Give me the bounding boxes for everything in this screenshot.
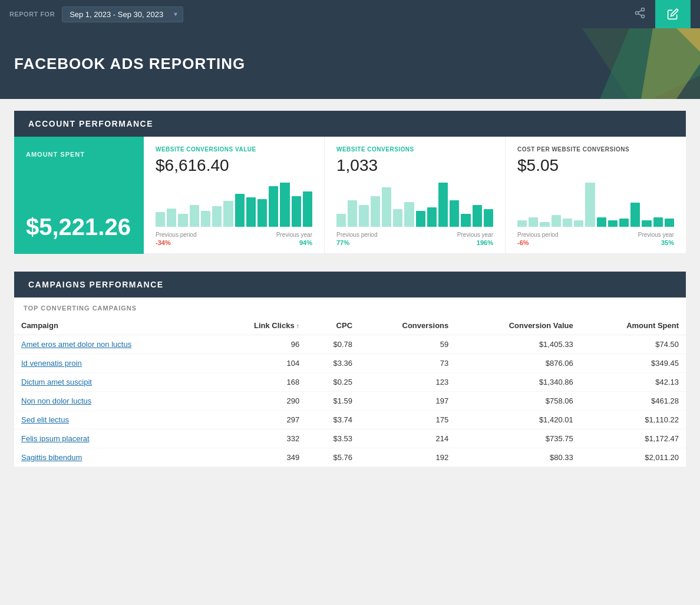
chart-bar bbox=[371, 196, 380, 227]
amount-spent-card: AMOUNT SPENT $5,221.26 bbox=[14, 137, 144, 254]
chart-bar bbox=[292, 196, 301, 227]
table-cell: 332 bbox=[212, 429, 306, 448]
svg-line-3 bbox=[638, 14, 642, 15]
header-banner: FACEBOOK ADS REPORTING bbox=[0, 28, 700, 99]
main-content: ACCOUNT PERFORMANCE AMOUNT SPENT $5,221.… bbox=[0, 99, 700, 479]
wcv-footer: Previous period -34% Previous year 94% bbox=[156, 232, 312, 246]
account-performance-header: ACCOUNT PERFORMANCE bbox=[14, 111, 686, 137]
wcv-title-text3: VALUE bbox=[233, 146, 256, 153]
table-cell: $758.06 bbox=[455, 392, 580, 411]
table-cell: $461.28 bbox=[580, 392, 686, 411]
svg-point-2 bbox=[642, 15, 645, 18]
chart-bar bbox=[619, 219, 629, 227]
chart-bar bbox=[473, 205, 482, 227]
chart-bar bbox=[574, 220, 583, 227]
table-cell[interactable]: Id venenatis proin bbox=[14, 354, 212, 373]
col-conversions[interactable]: Conversions bbox=[359, 316, 455, 335]
campaigns-performance-section: CAMPAIGNS PERFORMANCE TOP CONVERTING CAM… bbox=[14, 272, 686, 467]
wc-title-text2: CONVERSIONS bbox=[367, 146, 414, 153]
chart-bar bbox=[653, 217, 663, 227]
col-amount-spent[interactable]: Amount Spent bbox=[580, 316, 686, 335]
table-cell[interactable]: Amet eros amet dolor non luctus bbox=[14, 335, 212, 354]
table-body: Amet eros amet dolor non luctus96$0.7859… bbox=[14, 335, 686, 467]
wcv-title-text1: WEBSITE bbox=[156, 146, 186, 153]
date-range-select[interactable]: Sep 1, 2023 - Sep 30, 2023 bbox=[62, 6, 183, 22]
table-cell: 59 bbox=[359, 335, 455, 354]
top-converting-label: TOP CONVERTING CAMPAIGNS bbox=[14, 297, 686, 316]
wcv-prev-period-label: Previous period bbox=[156, 232, 196, 238]
report-for-label: REPORT FOR bbox=[9, 11, 55, 18]
chart-bar bbox=[178, 214, 187, 227]
wc-prev-period-value: 77% bbox=[336, 239, 349, 246]
table-cell: $42.13 bbox=[580, 373, 686, 392]
wcv-prev-year-value: 94% bbox=[299, 239, 312, 246]
wc-prev-year-col: Previous year 196% bbox=[457, 232, 493, 246]
chart-bar bbox=[348, 200, 357, 227]
amount-spent-value: $5,221.26 bbox=[26, 214, 132, 240]
table-cell[interactable]: Sagittis bibendum bbox=[14, 448, 212, 467]
table-cell: $3.53 bbox=[306, 429, 359, 448]
col-cpc[interactable]: CPC bbox=[306, 316, 359, 335]
cpc-prev-year-col: Previous year 35% bbox=[638, 232, 674, 246]
nav-left: REPORT FOR Sep 1, 2023 - Sep 30, 2023 bbox=[9, 6, 183, 22]
chart-bar bbox=[450, 200, 459, 227]
table-cell: $74.50 bbox=[580, 335, 686, 354]
cpc-prev-period-value: -6% bbox=[517, 239, 529, 246]
chart-bar bbox=[608, 220, 618, 227]
website-conversions-card: WEBSITE CONVERSIONS 1,033 Previous perio… bbox=[325, 137, 506, 254]
table-cell[interactable]: Non non dolor luctus bbox=[14, 392, 212, 411]
chart-bar bbox=[438, 183, 448, 227]
chart-bar bbox=[246, 197, 256, 227]
col-link-clicks[interactable]: Link Clicks bbox=[212, 316, 306, 335]
table-cell: $735.75 bbox=[455, 429, 580, 448]
cpc-prev-period-col: Previous period -6% bbox=[517, 232, 558, 246]
chart-bar bbox=[416, 211, 425, 227]
website-conversions-value-card: WEBSITE CONVERSIONS VALUE $6,616.40 Prev… bbox=[144, 137, 325, 254]
table-cell: 349 bbox=[212, 448, 306, 467]
wc-title: WEBSITE CONVERSIONS bbox=[336, 146, 493, 153]
table-cell[interactable]: Dictum amet suscipit bbox=[14, 373, 212, 392]
chart-bar bbox=[404, 202, 414, 227]
table-cell: 290 bbox=[212, 392, 306, 411]
nav-right bbox=[625, 0, 691, 28]
cpc-value: $5.05 bbox=[517, 156, 674, 175]
table-cell: $0.78 bbox=[306, 335, 359, 354]
table-cell: $2,011.20 bbox=[580, 448, 686, 467]
table-row: Felis ipsum placerat332$3.53214$735.75$1… bbox=[14, 429, 686, 448]
chart-bar bbox=[427, 207, 437, 227]
table-cell: $3.36 bbox=[306, 354, 359, 373]
chart-bar bbox=[529, 217, 538, 227]
chart-bar bbox=[212, 206, 222, 227]
chart-bar bbox=[280, 183, 289, 227]
wcv-prev-period-col: Previous period -34% bbox=[156, 232, 196, 246]
chart-bar bbox=[642, 220, 651, 227]
table-cell: 192 bbox=[359, 448, 455, 467]
table-row: Id venenatis proin104$3.3673$876.06$349.… bbox=[14, 354, 686, 373]
chart-bar bbox=[665, 219, 674, 227]
wcv-prev-year-col: Previous year 94% bbox=[276, 232, 312, 246]
chart-bar bbox=[223, 201, 233, 227]
chart-bar bbox=[269, 186, 278, 227]
table-cell: $1,110.22 bbox=[580, 411, 686, 429]
table-row: Dictum amet suscipit168$0.25123$1,340.86… bbox=[14, 373, 686, 392]
date-range-wrapper: Sep 1, 2023 - Sep 30, 2023 bbox=[62, 6, 183, 22]
share-button[interactable] bbox=[625, 2, 655, 27]
table-cell: 104 bbox=[212, 354, 306, 373]
table-cell: 168 bbox=[212, 373, 306, 392]
chart-bar bbox=[563, 219, 572, 227]
cpc-prev-year-label: Previous year bbox=[638, 232, 674, 238]
table-cell[interactable]: Sed elit lectus bbox=[14, 411, 212, 429]
wc-prev-period-label: Previous period bbox=[336, 232, 377, 238]
chart-bar bbox=[597, 217, 606, 227]
chart-bar bbox=[393, 209, 402, 227]
chart-bar bbox=[585, 183, 595, 227]
table-cell: 197 bbox=[359, 392, 455, 411]
wcv-title: WEBSITE CONVERSIONS VALUE bbox=[156, 146, 312, 153]
table-cell[interactable]: Felis ipsum placerat bbox=[14, 429, 212, 448]
table-cell: $1,405.33 bbox=[455, 335, 580, 354]
col-conversion-value[interactable]: Conversion Value bbox=[455, 316, 580, 335]
table-cell: 96 bbox=[212, 335, 306, 354]
svg-line-4 bbox=[638, 10, 642, 12]
edit-button[interactable] bbox=[655, 0, 691, 28]
top-navigation: REPORT FOR Sep 1, 2023 - Sep 30, 2023 bbox=[0, 0, 700, 28]
